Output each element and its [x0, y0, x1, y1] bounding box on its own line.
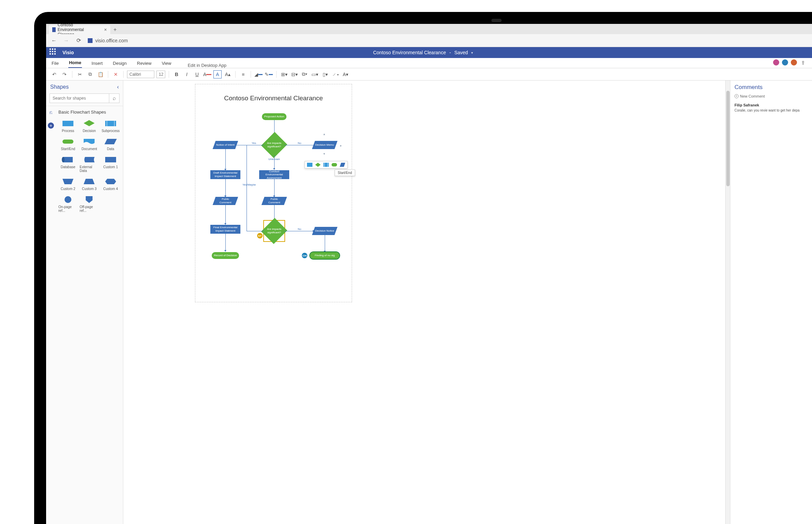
shape-external-data[interactable]: External Data: [80, 156, 99, 173]
connector-button[interactable]: ⟋▾: [331, 70, 339, 78]
group-button[interactable]: ⧉▾: [300, 70, 309, 78]
qs-subprocess-icon[interactable]: [323, 163, 329, 167]
add-stencil-button[interactable]: +: [48, 122, 54, 129]
shape-offpage-ref[interactable]: Off-page ref...: [80, 195, 99, 213]
shape-custom-4[interactable]: Custom 4: [101, 177, 120, 191]
align-shapes-button[interactable]: ⊞▾: [280, 70, 288, 78]
shape-database[interactable]: Database: [58, 156, 78, 173]
tab-file[interactable]: File: [51, 59, 59, 68]
back-button[interactable]: ←: [51, 38, 57, 44]
node-conduct-assessment[interactable]: Conduct Environmental Assessment: [259, 170, 289, 179]
line-color-button[interactable]: ✎: [265, 70, 273, 78]
avatar[interactable]: [781, 59, 789, 66]
font-size-select[interactable]: 12: [156, 71, 165, 78]
node-impacts-decision-1[interactable]: Are impacts significant?: [264, 135, 284, 155]
node-impacts-decision-2[interactable]: Are impacts significant?: [264, 221, 284, 241]
underline-button[interactable]: U: [193, 70, 201, 78]
bring-front-button[interactable]: ▭▾: [311, 70, 319, 78]
delete-button[interactable]: ✕: [112, 70, 120, 78]
shapes-search-input[interactable]: [50, 94, 109, 103]
bold-button[interactable]: B: [172, 70, 181, 78]
shape-custom-3[interactable]: Custom 3: [80, 177, 99, 191]
avatar[interactable]: [790, 59, 798, 66]
connector: [247, 231, 264, 231]
shape-custom-1[interactable]: Custom 1: [101, 156, 120, 173]
close-icon[interactable]: ×: [104, 27, 107, 32]
search-icon[interactable]: ⌕: [109, 94, 119, 103]
refresh-button[interactable]: ⟳: [75, 37, 82, 44]
tab-view[interactable]: View: [161, 59, 172, 68]
shape-process[interactable]: Process: [58, 119, 78, 133]
new-tab-button[interactable]: +: [110, 25, 120, 34]
comment-text: Coralie, can you revie want to get her d…: [734, 108, 808, 113]
highlight-button[interactable]: A: [213, 70, 222, 78]
autoconnect-arrow-icon[interactable]: ▸: [340, 144, 342, 147]
redo-button[interactable]: ↷: [60, 70, 69, 78]
shape-document[interactable]: Document: [80, 137, 99, 151]
node-draft-eis[interactable]: Draft Environmental Impact Statement: [210, 170, 240, 179]
qs-decision-icon[interactable]: [315, 163, 321, 167]
svg-marker-10: [62, 179, 73, 184]
text-button[interactable]: A▾: [341, 70, 350, 78]
shapes-panel-title: Shapes: [50, 84, 69, 90]
shape-subprocess[interactable]: Subprocess: [101, 119, 120, 133]
connector: [225, 149, 226, 170]
drawing-page[interactable]: Contoso Environmental Clearance Proposed…: [195, 84, 352, 302]
share-button[interactable]: ⇪: [799, 59, 807, 67]
font-name-select[interactable]: Calibri: [127, 71, 154, 78]
shape-decision[interactable]: Decision: [80, 119, 99, 133]
tab-design[interactable]: Design: [112, 59, 127, 68]
node-notice-of-intent[interactable]: Notice of Intent: [213, 141, 238, 149]
qs-process-icon[interactable]: [307, 163, 312, 167]
canvas[interactable]: Contoso Environmental Clearance Proposed…: [123, 81, 730, 524]
collapse-icon[interactable]: ‹: [117, 84, 119, 90]
send-back-button[interactable]: ▯▾: [321, 70, 329, 78]
shape-onpage-ref[interactable]: On-page ref...: [58, 195, 78, 213]
shape-data[interactable]: Data: [101, 137, 120, 151]
shape-start-end[interactable]: Start/End: [58, 137, 78, 151]
font-color-button[interactable]: A: [203, 70, 211, 78]
scrollbar-thumb[interactable]: [726, 91, 730, 186]
copy-button[interactable]: ⧉: [86, 70, 94, 78]
autoconnect-arrow-icon[interactable]: ▴: [323, 132, 325, 136]
node-public-comment-left[interactable]: Public Comment: [213, 197, 238, 205]
edit-in-desktop-button[interactable]: Edit in Desktop App: [188, 63, 226, 68]
qs-terminator-icon[interactable]: [332, 163, 337, 167]
svg-rect-7: [63, 157, 73, 162]
new-comment-button[interactable]: + New Comment: [734, 94, 808, 98]
tab-home[interactable]: Home: [68, 58, 82, 68]
node-decision-notice[interactable]: Decision Notice: [312, 227, 338, 235]
tab-review[interactable]: Review: [136, 59, 152, 68]
browser-tab[interactable]: Contoso Environmental Clearanc ×: [49, 25, 110, 34]
font-size-increase-button[interactable]: A▴: [224, 70, 232, 78]
forward-button[interactable]: →: [63, 38, 69, 44]
node-proposed-action[interactable]: Proposed Action: [262, 113, 286, 120]
paste-button[interactable]: 📋: [96, 70, 104, 78]
vertical-scrollbar[interactable]: [725, 81, 730, 524]
qs-data-icon[interactable]: [340, 163, 345, 167]
shape-custom-2[interactable]: Custom 2: [58, 177, 78, 191]
stencil-icon[interactable]: ⎌: [47, 109, 54, 116]
connector: [247, 145, 247, 231]
document-title[interactable]: Contoso Environmental Clearance - Saved …: [373, 50, 473, 55]
node-finding-no-sig[interactable]: Finding of no sig: [310, 252, 339, 259]
url-box[interactable]: visio.office.com: [88, 38, 807, 43]
undo-button[interactable]: ↶: [50, 70, 58, 78]
node-decision-memo[interactable]: Decision Memo: [312, 141, 338, 149]
node-public-comment-right[interactable]: Public Comment: [262, 197, 287, 205]
align-button[interactable]: ≡: [239, 70, 247, 78]
svg-marker-1: [84, 120, 95, 126]
edge-label-unknown: Unknown: [268, 158, 280, 161]
node-record-of-decision[interactable]: Record of Decision: [212, 252, 239, 259]
cut-button[interactable]: ✂: [76, 70, 84, 78]
fill-color-button[interactable]: ◢: [254, 70, 263, 78]
autoconnect-arrow-icon[interactable]: ▾: [323, 152, 325, 156]
app-launcher-icon[interactable]: [50, 48, 58, 57]
tab-insert[interactable]: Insert: [91, 59, 103, 68]
italic-button[interactable]: I: [183, 70, 191, 78]
node-final-eis[interactable]: Final Environmental Impact Statment: [210, 225, 240, 234]
edge-label-yes: Yes: [252, 142, 256, 145]
position-button[interactable]: ⊟▾: [290, 70, 298, 78]
comment-thread[interactable]: Filip Safranek Coralie, can you revie wa…: [734, 103, 808, 113]
avatar[interactable]: [772, 59, 780, 66]
